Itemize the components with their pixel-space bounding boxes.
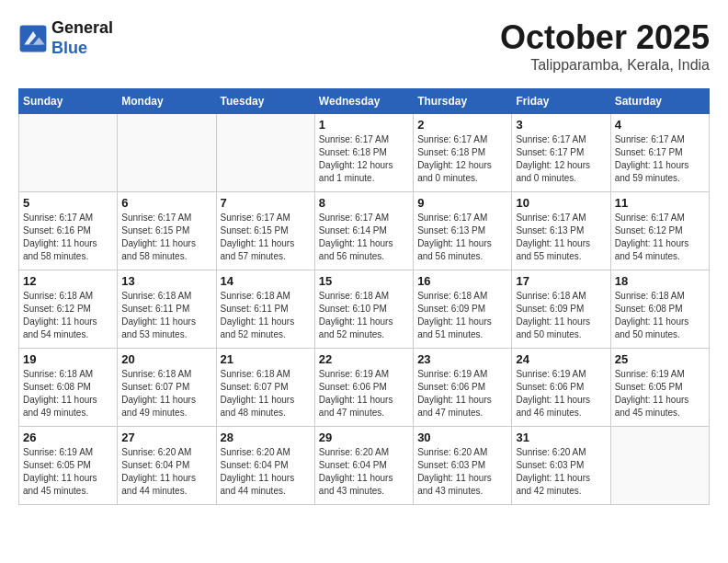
day-info: Sunrise: 6:17 AM Sunset: 6:16 PM Dayligh…: [23, 212, 113, 263]
day-number: 13: [121, 274, 211, 288]
day-number: 5: [23, 196, 113, 210]
day-number: 18: [615, 274, 705, 288]
calendar-cell: 8Sunrise: 6:17 AM Sunset: 6:14 PM Daylig…: [314, 192, 413, 270]
calendar-cell: [118, 114, 216, 192]
calendar-cell: 1Sunrise: 6:17 AM Sunset: 6:18 PM Daylig…: [314, 114, 413, 192]
location: Talipparamba, Kerala, India: [500, 57, 710, 74]
day-info: Sunrise: 6:19 AM Sunset: 6:06 PM Dayligh…: [319, 368, 409, 419]
day-number: 21: [221, 352, 311, 366]
logo: General Blue: [18, 18, 113, 58]
day-number: 14: [221, 274, 311, 288]
day-info: Sunrise: 6:18 AM Sunset: 6:09 PM Dayligh…: [516, 290, 606, 341]
day-info: Sunrise: 6:18 AM Sunset: 6:09 PM Dayligh…: [417, 290, 507, 341]
weekday-header-sunday: Sunday: [19, 89, 118, 114]
weekday-header-wednesday: Wednesday: [314, 89, 413, 114]
day-info: Sunrise: 6:17 AM Sunset: 6:13 PM Dayligh…: [516, 212, 606, 263]
day-number: 12: [23, 274, 113, 288]
calendar-cell: 7Sunrise: 6:17 AM Sunset: 6:15 PM Daylig…: [216, 192, 314, 270]
day-info: Sunrise: 6:20 AM Sunset: 6:03 PM Dayligh…: [417, 446, 507, 498]
calendar-cell: 10Sunrise: 6:17 AM Sunset: 6:13 PM Dayli…: [512, 192, 610, 270]
calendar-cell: 24Sunrise: 6:19 AM Sunset: 6:06 PM Dayli…: [512, 349, 610, 427]
calendar-cell: 28Sunrise: 6:20 AM Sunset: 6:04 PM Dayli…: [216, 427, 314, 505]
calendar-cell: 14Sunrise: 6:18 AM Sunset: 6:11 PM Dayli…: [216, 270, 314, 349]
day-number: 2: [417, 118, 507, 132]
day-number: 3: [516, 118, 606, 132]
day-info: Sunrise: 6:18 AM Sunset: 6:10 PM Dayligh…: [319, 290, 409, 341]
calendar-cell: 31Sunrise: 6:20 AM Sunset: 6:03 PM Dayli…: [512, 427, 610, 505]
day-number: 19: [23, 352, 113, 366]
day-info: Sunrise: 6:19 AM Sunset: 6:06 PM Dayligh…: [417, 368, 507, 419]
calendar-cell: 13Sunrise: 6:18 AM Sunset: 6:11 PM Dayli…: [118, 270, 216, 349]
day-number: 26: [23, 431, 113, 444]
calendar-cell: 9Sunrise: 6:17 AM Sunset: 6:13 PM Daylig…: [414, 192, 512, 270]
calendar-cell: 20Sunrise: 6:18 AM Sunset: 6:07 PM Dayli…: [118, 349, 216, 427]
weekday-header-thursday: Thursday: [414, 89, 512, 114]
day-info: Sunrise: 6:19 AM Sunset: 6:05 PM Dayligh…: [23, 446, 113, 498]
calendar-cell: 6Sunrise: 6:17 AM Sunset: 6:15 PM Daylig…: [118, 192, 216, 270]
day-info: Sunrise: 6:17 AM Sunset: 6:14 PM Dayligh…: [319, 212, 409, 263]
day-number: 30: [417, 431, 507, 444]
day-info: Sunrise: 6:18 AM Sunset: 6:07 PM Dayligh…: [221, 368, 311, 419]
day-number: 9: [417, 196, 507, 210]
day-info: Sunrise: 6:17 AM Sunset: 6:13 PM Dayligh…: [417, 212, 507, 263]
calendar-cell: 29Sunrise: 6:20 AM Sunset: 6:04 PM Dayli…: [314, 427, 413, 505]
day-info: Sunrise: 6:17 AM Sunset: 6:15 PM Dayligh…: [221, 212, 311, 263]
calendar-cell: 21Sunrise: 6:18 AM Sunset: 6:07 PM Dayli…: [216, 349, 314, 427]
day-number: 25: [615, 352, 705, 366]
day-info: Sunrise: 6:17 AM Sunset: 6:18 PM Dayligh…: [319, 133, 409, 185]
calendar-cell: 25Sunrise: 6:19 AM Sunset: 6:05 PM Dayli…: [610, 349, 709, 427]
calendar: SundayMondayTuesdayWednesdayThursdayFrid…: [18, 88, 710, 505]
day-number: 16: [417, 274, 507, 288]
calendar-cell: [216, 114, 314, 192]
calendar-cell: [19, 114, 118, 192]
logo-line2: Blue: [51, 39, 113, 59]
weekday-header-friday: Friday: [512, 89, 610, 114]
calendar-cell: 22Sunrise: 6:19 AM Sunset: 6:06 PM Dayli…: [314, 349, 413, 427]
day-number: 6: [121, 196, 211, 210]
weekday-header-monday: Monday: [118, 89, 216, 114]
day-info: Sunrise: 6:20 AM Sunset: 6:03 PM Dayligh…: [516, 446, 606, 498]
day-info: Sunrise: 6:18 AM Sunset: 6:07 PM Dayligh…: [121, 368, 211, 419]
day-number: 17: [516, 274, 606, 288]
month-title: October 2025: [500, 18, 710, 57]
day-number: 20: [121, 352, 211, 366]
calendar-week-4: 19Sunrise: 6:18 AM Sunset: 6:08 PM Dayli…: [19, 349, 710, 427]
day-info: Sunrise: 6:17 AM Sunset: 6:12 PM Dayligh…: [615, 212, 705, 263]
day-number: 31: [516, 431, 606, 444]
calendar-cell: 17Sunrise: 6:18 AM Sunset: 6:09 PM Dayli…: [512, 270, 610, 349]
calendar-body: 1Sunrise: 6:17 AM Sunset: 6:18 PM Daylig…: [19, 114, 710, 505]
day-info: Sunrise: 6:18 AM Sunset: 6:11 PM Dayligh…: [221, 290, 311, 341]
day-number: 24: [516, 352, 606, 366]
day-number: 11: [615, 196, 705, 210]
day-info: Sunrise: 6:20 AM Sunset: 6:04 PM Dayligh…: [319, 446, 409, 498]
day-number: 7: [221, 196, 311, 210]
calendar-cell: 2Sunrise: 6:17 AM Sunset: 6:18 PM Daylig…: [414, 114, 512, 192]
day-info: Sunrise: 6:17 AM Sunset: 6:17 PM Dayligh…: [516, 133, 606, 185]
calendar-cell: 11Sunrise: 6:17 AM Sunset: 6:12 PM Dayli…: [610, 192, 709, 270]
day-number: 28: [221, 431, 311, 444]
day-number: 1: [319, 118, 409, 132]
day-info: Sunrise: 6:20 AM Sunset: 6:04 PM Dayligh…: [121, 446, 211, 498]
day-number: 22: [319, 352, 409, 366]
day-info: Sunrise: 6:19 AM Sunset: 6:06 PM Dayligh…: [516, 368, 606, 419]
day-info: Sunrise: 6:19 AM Sunset: 6:05 PM Dayligh…: [615, 368, 705, 419]
logo-icon: [18, 24, 48, 53]
calendar-cell: 30Sunrise: 6:20 AM Sunset: 6:03 PM Dayli…: [414, 427, 512, 505]
page-header: General Blue October 2025 Talipparamba, …: [18, 18, 710, 74]
day-number: 10: [516, 196, 606, 210]
day-info: Sunrise: 6:17 AM Sunset: 6:18 PM Dayligh…: [417, 133, 507, 185]
day-info: Sunrise: 6:18 AM Sunset: 6:08 PM Dayligh…: [615, 290, 705, 341]
calendar-cell: 3Sunrise: 6:17 AM Sunset: 6:17 PM Daylig…: [512, 114, 610, 192]
calendar-cell: 18Sunrise: 6:18 AM Sunset: 6:08 PM Dayli…: [610, 270, 709, 349]
calendar-week-3: 12Sunrise: 6:18 AM Sunset: 6:12 PM Dayli…: [19, 270, 710, 349]
day-number: 8: [319, 196, 409, 210]
weekday-header-saturday: Saturday: [610, 89, 709, 114]
day-number: 4: [615, 118, 705, 132]
calendar-cell: 16Sunrise: 6:18 AM Sunset: 6:09 PM Dayli…: [414, 270, 512, 349]
calendar-cell: 5Sunrise: 6:17 AM Sunset: 6:16 PM Daylig…: [19, 192, 118, 270]
day-info: Sunrise: 6:18 AM Sunset: 6:12 PM Dayligh…: [23, 290, 113, 341]
calendar-cell: 4Sunrise: 6:17 AM Sunset: 6:17 PM Daylig…: [610, 114, 709, 192]
day-info: Sunrise: 6:17 AM Sunset: 6:17 PM Dayligh…: [615, 133, 705, 185]
weekday-header-tuesday: Tuesday: [216, 89, 314, 114]
day-info: Sunrise: 6:17 AM Sunset: 6:15 PM Dayligh…: [121, 212, 211, 263]
